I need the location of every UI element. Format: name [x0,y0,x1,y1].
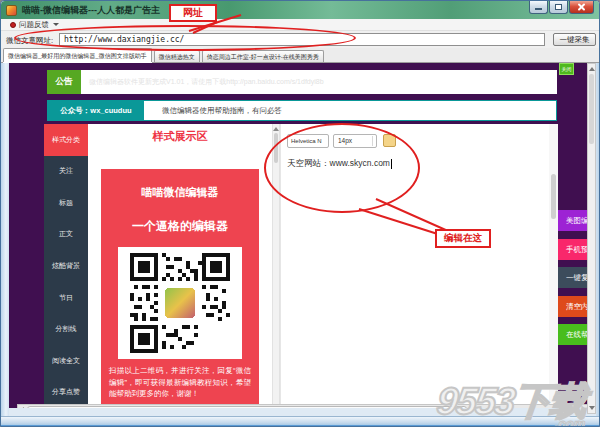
window-frame-right [596,63,600,416]
card-title: 喵喵微信编辑器 [101,185,259,200]
official-account-bar: 公众号：wx_cuuduu 微信编辑器使用帮助指南，有问必答 [47,100,557,121]
announcement-bar: 公告 微信编辑器软件更新完成V1.01，请使用下载http://pan.baid… [47,70,557,94]
window-titlebar: 喵喵-微信编辑器---人人都是广告主 [1,1,600,19]
sidebar-item-follow[interactable]: 关注 [44,156,88,188]
scroll-up-icon[interactable] [273,127,279,131]
url-highlight-oval [14,25,356,51]
qr-avatar [164,287,196,319]
chevron-down-icon [53,23,59,26]
editor-highlight-oval [264,123,420,213]
content-area: 关闭 公告 微信编辑器软件更新完成V1.01，请使用下载http://pan.b… [1,63,600,416]
clear-content-button[interactable]: 清空内容 [558,296,587,317]
announcement-badge: 公告 [47,70,81,94]
edit-callout-label: 编辑在这 [435,229,491,248]
restore-button[interactable] [549,1,568,14]
horizontal-scrollbar[interactable] [17,404,587,408]
sidebar-item-read-more[interactable]: 阅读全文 [44,345,88,377]
official-account-description: 微信编辑器使用帮助指南，有问必答 [144,101,556,120]
sidebar-item-cool-background[interactable]: 炫酷背景 [44,250,88,282]
announcement-text: 微信编辑器软件更新完成V1.01，请使用下载http://pan.baidu.c… [81,70,557,94]
one-click-copy-button[interactable]: 一键复制 [558,267,587,288]
minimize-icon [535,8,542,10]
close-icon [577,3,586,12]
scroll-up-icon[interactable] [589,67,595,71]
app-icon [6,5,17,16]
sidebar-item-festival[interactable]: 节日 [44,282,88,314]
window-frame-bottom [1,416,600,427]
app-window: 喵喵-微信编辑器---人人都是广告主 问题反馈 微信文章网址: 一键采集 [0,0,600,427]
editor-scrollbar-thumb[interactable] [551,174,556,219]
window-frame-left [1,63,9,416]
meitu-edit-button[interactable]: 美图编辑 [558,210,587,231]
sidebar-item-title[interactable]: 标题 [44,187,88,219]
close-announcement-badge[interactable]: 关闭 [559,63,574,75]
vertical-scrollbar-thumb[interactable] [589,74,594,144]
feedback-label: 问题反馈 [19,20,49,30]
official-account-badge: 公众号：wx_cuuduu [48,101,144,120]
tab-hot-articles[interactable]: 微信精选热文 [154,50,200,62]
horizontal-scrollbar-thumb[interactable] [27,406,467,408]
card-subtitle: 一个逼格的编辑器 [101,218,259,235]
style-card[interactable]: 喵喵微信编辑器 一个逼格的编辑器 [101,169,259,408]
vertical-scrollbar[interactable] [587,63,596,414]
online-help-button[interactable]: 在线帮助 [558,324,587,345]
url-callout-label: 网址 [169,4,217,22]
scroll-down-icon[interactable] [589,406,595,410]
preview-heading: 样式展示区 [88,129,272,144]
qr-code-image [130,253,230,353]
window-controls [528,1,594,14]
card-caption: 扫描以上二维码，并进行关注，回复“微信编辑”，即可获得最新编辑教程知识，希望能帮… [101,365,259,400]
tab-studio[interactable]: 倚恋周边工作室-好一点设计-在线美图秀秀 [202,50,324,62]
restore-icon [555,4,562,10]
editor-scrollbar[interactable] [549,124,558,408]
sidebar-item-divider[interactable]: 分割线 [44,313,88,345]
close-button[interactable] [569,1,594,14]
sidebar-item-style-category[interactable]: 样式分类 [44,124,88,156]
style-preview-panel: 样式展示区 喵喵微信编辑器 一个逼格的编辑器 [88,124,272,408]
sidebar-item-body[interactable]: 正文 [44,219,88,251]
minimize-button[interactable] [529,1,548,14]
phone-preview-button[interactable]: 手机预览 [558,239,587,260]
browser-tabs: 微信编辑器_最好用的微信编辑器_微信图文排版助手 微信精选热文 倚恋周边工作室-… [1,48,600,63]
style-category-sidebar: 样式分类 关注 标题 正文 炫酷背景 节日 分割线 阅读全文 分享点赞 [44,124,88,408]
qr-code [118,247,242,359]
page-background: 关闭 公告 微信编辑器软件更新完成V1.01，请使用下载http://pan.b… [9,63,587,408]
collect-button[interactable]: 一键采集 [553,33,596,46]
window-title: 喵喵-微信编辑器---人人都是广告主 [22,4,160,17]
feedback-icon [10,22,16,28]
scroll-left-icon[interactable] [20,407,24,408]
